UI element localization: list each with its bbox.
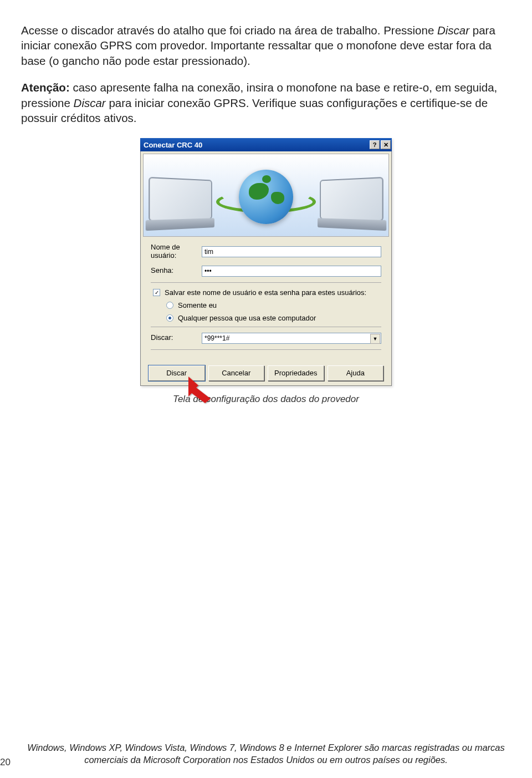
cancel-button-label: Cancelar xyxy=(222,369,250,377)
only-me-label: Somente eu xyxy=(178,301,217,309)
p2-discar-italic: Discar xyxy=(74,96,106,109)
password-label: Senha: xyxy=(151,267,202,275)
username-label: Nome de usuário: xyxy=(151,243,202,260)
save-checkbox[interactable]: ✓ xyxy=(153,289,160,296)
separator xyxy=(151,282,381,283)
separator-3 xyxy=(151,349,381,350)
page-number: 20 xyxy=(0,757,11,768)
close-button[interactable]: ✕ xyxy=(381,140,391,149)
cancel-button[interactable]: Cancelar xyxy=(208,365,265,381)
globe-icon xyxy=(239,170,293,224)
username-input[interactable]: tim xyxy=(202,246,381,257)
atencao-bold: Atenção: xyxy=(21,81,70,94)
anyone-label: Qualquer pessoa que usa este computador xyxy=(178,314,316,322)
paragraph-1: Acesse o discador através do atalho que … xyxy=(21,23,511,69)
anyone-radio[interactable] xyxy=(166,314,173,322)
p1-discar-italic: Discar xyxy=(437,24,469,37)
save-checkbox-label: Salvar este nome de usuário e esta senha… xyxy=(165,288,366,297)
dial-button[interactable]: Discar xyxy=(149,365,205,381)
dial-value: *99***1# xyxy=(204,334,229,342)
dial-button-label: Discar xyxy=(166,369,187,377)
banner-image xyxy=(143,154,389,237)
separator-2 xyxy=(151,327,381,327)
dialog-screenshot: Conectar CRC 40 ? ✕ xyxy=(21,138,511,386)
laptop-right-icon xyxy=(320,177,383,230)
chevron-down-icon: ▼ xyxy=(373,336,378,342)
close-icon: ✕ xyxy=(383,142,388,148)
help-icon: ? xyxy=(373,142,377,148)
p1-text-a: Acesse o discador através do atalho que … xyxy=(21,24,437,37)
only-me-radio[interactable] xyxy=(166,302,173,309)
password-input[interactable]: ••• xyxy=(202,266,381,277)
paragraph-2: Atenção: caso apresente falha na conexão… xyxy=(21,80,511,126)
combo-dropdown-button[interactable]: ▼ xyxy=(370,334,380,344)
properties-button[interactable]: Propriedades xyxy=(268,365,324,381)
username-value: tim xyxy=(204,248,213,256)
dial-label: Discar: xyxy=(151,334,202,342)
help-dialog-button[interactable]: Ajuda xyxy=(328,365,384,381)
password-value: ••• xyxy=(204,267,212,275)
footer-trademark: Windows, Windows XP, Windows Vista, Wind… xyxy=(21,742,511,766)
dialog-body: Nome de usuário: tim Senha: ••• ✓ Salvar… xyxy=(140,151,392,386)
properties-button-label: Propriedades xyxy=(274,369,317,377)
help-button-label: Ajuda xyxy=(346,369,365,377)
image-caption: Tela de configuração dos dados do proved… xyxy=(21,394,511,405)
dialog-title: Conectar CRC 40 xyxy=(144,141,202,149)
connect-dialog: Conectar CRC 40 ? ✕ xyxy=(140,138,392,386)
laptop-left-icon xyxy=(149,177,212,230)
dial-combobox[interactable]: *99***1# ▼ xyxy=(202,333,381,344)
titlebar: Conectar CRC 40 ? ✕ xyxy=(140,138,392,151)
help-button[interactable]: ? xyxy=(370,140,380,149)
